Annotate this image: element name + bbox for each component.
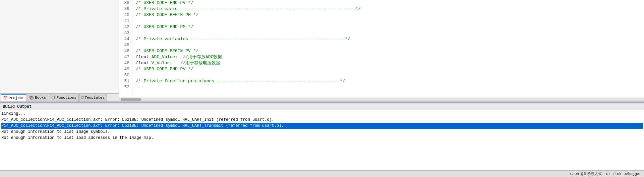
templates-tab-label: Templates — [84, 96, 104, 100]
code-line-38: /* USER CODE END PV */ — [136, 0, 644, 6]
horizontal-scrollbar[interactable] — [119, 97, 644, 101]
code-token: V_Value; //用于存放电压数据 — [149, 61, 220, 66]
code-line-49: /* USER CODE END PV */ — [136, 66, 644, 72]
status-bar: CSDN @首学嵌入式ST-Link Debugger — [0, 170, 644, 177]
line-number-52: 52 — [123, 84, 129, 90]
books-tab-label: Books — [35, 96, 46, 100]
left-tab-books[interactable]: 📚Books — [27, 94, 48, 101]
line-number-40: 40 — [123, 12, 129, 18]
templates-tab-icon: □ — [81, 96, 84, 100]
code-line-45 — [136, 42, 644, 48]
code-line-44: /* Private variables -------------------… — [136, 36, 644, 42]
line-number-51: 51 — [123, 78, 129, 84]
line-number-46: 46 — [123, 48, 129, 54]
build-output-panel: Build Output linking...P14_ADC_collectio… — [0, 103, 644, 170]
code-line-48: float V_Value; //用于存放电压数据 — [136, 60, 644, 66]
code-token: ADC_Value; //用于存放ADC数据 — [149, 55, 222, 60]
code-line-40: /* USER CODE BEGIN PM */ — [136, 12, 644, 18]
editor-area: 📅Project📚Books{}Functions□Templates 3839… — [0, 0, 644, 101]
build-line-2[interactable]: P14_ADC_collection\P14_ADC_collection.ax… — [1, 123, 643, 129]
left-panel-content — [0, 0, 119, 93]
left-tab-functions[interactable]: {}Functions — [49, 94, 79, 101]
code-line-46: /* USER CODE BEGIN PV */ — [136, 48, 644, 54]
left-panel-tabs: 📅Project📚Books{}Functions□Templates — [0, 93, 119, 101]
code-token: /* USER CODE BEGIN PV */ — [136, 49, 198, 54]
code-line-51: /* Private function prototypes ---------… — [136, 78, 644, 84]
code-line-52: ... — [136, 84, 644, 90]
line-numbers: 383940414243444546474849505152 — [119, 0, 132, 97]
code-token: /* Private variables -------------------… — [136, 36, 350, 41]
line-number-45: 45 — [123, 42, 129, 48]
line-number-39: 39 — [123, 6, 129, 12]
code-line-50 — [136, 72, 644, 78]
build-line-3: Not enough information to list image sym… — [1, 129, 643, 135]
line-number-50: 50 — [123, 72, 129, 78]
left-tab-project[interactable]: 📅Project — [1, 94, 26, 101]
line-number-38: 38 — [123, 0, 129, 6]
code-line-42: /* USER CODE END PM */ — [136, 24, 644, 30]
build-output-content: linking...P14_ADC_collection\P14_ADC_col… — [0, 110, 644, 170]
line-number-48: 48 — [123, 60, 129, 66]
functions-tab-icon: {} — [51, 96, 55, 100]
scroll-track — [119, 98, 644, 101]
status-item-1: ST-Link Debugger — [606, 172, 641, 176]
code-line-41 — [136, 18, 644, 24]
line-number-44: 44 — [123, 36, 129, 42]
code-token: /* Private macro -----------------------… — [136, 6, 361, 11]
left-tab-templates[interactable]: □Templates — [79, 94, 107, 101]
scroll-thumb[interactable] — [121, 98, 141, 101]
line-number-47: 47 — [123, 54, 129, 60]
status-item-0: CSDN @首学嵌入式 — [570, 171, 602, 176]
build-line-5 — [1, 141, 643, 147]
code-line-39: /* Private macro -----------------------… — [136, 6, 644, 12]
build-output-title: Build Output — [3, 104, 32, 109]
build-line-0: linking... — [1, 111, 643, 117]
code-line-47: float ADC_Value; //用于存放ADC数据 — [136, 54, 644, 60]
code-line-43 — [136, 30, 644, 36]
code-token: ... — [136, 85, 143, 90]
line-number-43: 43 — [123, 30, 129, 36]
line-number-42: 42 — [123, 24, 129, 30]
build-line-4: Not enough information to list load addr… — [1, 135, 643, 141]
code-content: 383940414243444546474849505152 /* USER C… — [119, 0, 644, 97]
code-lines: /* USER CODE END PV *//* Private macro -… — [132, 0, 644, 97]
books-tab-icon: 📚 — [29, 96, 34, 100]
code-token: /* USER CODE BEGIN PM */ — [136, 12, 198, 17]
build-output-header: Build Output — [0, 103, 644, 110]
line-number-49: 49 — [123, 66, 129, 72]
left-panel: 📅Project📚Books{}Functions□Templates — [0, 0, 119, 101]
code-area: 383940414243444546474849505152 /* USER C… — [119, 0, 644, 101]
code-token: /* USER CODE END PV */ — [136, 0, 193, 5]
code-token: /* USER CODE END PM */ — [136, 24, 193, 29]
project-tab-icon: 📅 — [3, 96, 8, 100]
functions-tab-label: Functions — [56, 96, 76, 100]
code-token: /* Private function prototypes ---------… — [136, 79, 345, 84]
code-token: /* USER CODE END PV */ — [136, 67, 193, 72]
build-line-1: P14_ADC_collection\P14_ADC_collection.ax… — [1, 117, 643, 123]
line-number-41: 41 — [123, 18, 129, 24]
project-tab-label: Project — [9, 96, 24, 100]
code-token: float — [136, 61, 149, 66]
code-token: float — [136, 55, 149, 60]
